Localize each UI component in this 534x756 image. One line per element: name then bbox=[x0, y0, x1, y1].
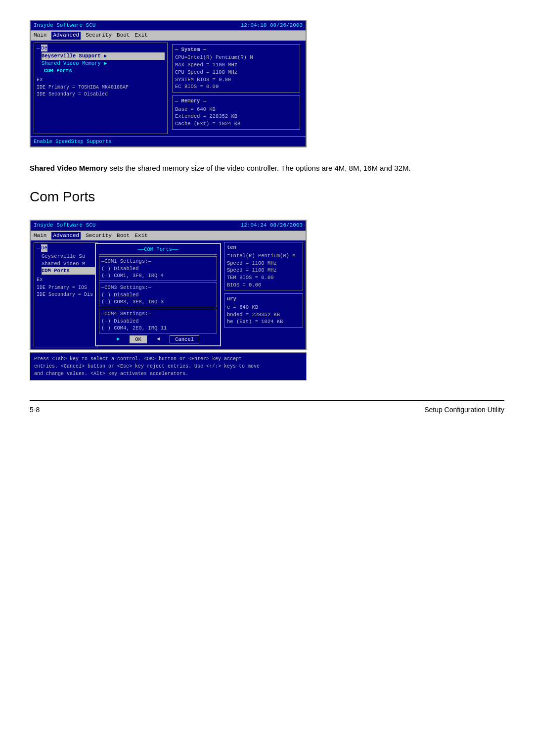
screen1-wrapper: Insyde Software SCU 12:04:18 08/26/2003 … bbox=[30, 20, 504, 147]
system-section-2: ten =Intel(R) Pentium(R) M Speed = 1100 … bbox=[224, 242, 303, 290]
com3-section: —COM3 Settings:— ( ) Disabled (·) COM3, … bbox=[99, 283, 217, 307]
ide-secondary-2: IDE Secondary = Dis bbox=[37, 291, 95, 298]
menu-exit-1[interactable]: Exit bbox=[134, 32, 147, 39]
section-de-1: De bbox=[41, 45, 47, 52]
menu-main-2[interactable]: Main bbox=[34, 232, 46, 239]
s2-line-1: =Intel(R) Pentium(R) M bbox=[227, 252, 300, 260]
menu-geyserville-2[interactable]: Geyserville Su bbox=[42, 253, 95, 260]
bios-titlebar-1: Insyde Software SCU 12:04:18 08/26/2003 bbox=[31, 21, 306, 31]
ok-button[interactable]: OK bbox=[130, 335, 147, 343]
bios-screen-2: Insyde Software SCU 12:04:24 08/26/2003 … bbox=[30, 220, 307, 350]
com3-selected[interactable]: (·) COM3, 3E8, IRQ 3 bbox=[101, 298, 215, 306]
s2-line-2: Speed = 1100 MHz bbox=[227, 260, 300, 267]
com4-title: —COM4 Settings:— bbox=[101, 310, 215, 318]
system-line-3: CPU Speed = 1100 MHz bbox=[175, 69, 297, 76]
menu-boot-2[interactable]: Boot bbox=[117, 232, 130, 239]
screen2-wrapper: Insyde Software SCU 12:04:24 08/26/2003 … bbox=[30, 220, 504, 380]
system-section-1: — System — CPU=Intel(R) Pentium(R) M MAX… bbox=[172, 44, 300, 93]
instructions-box: Press <Tab> key to select a control. <OK… bbox=[30, 352, 307, 380]
menu-main-1[interactable]: Main bbox=[34, 32, 46, 39]
system-title-2: ten bbox=[227, 244, 300, 251]
memory-line-2: Extended = 228352 KB bbox=[175, 113, 297, 120]
system-line-2: MAX Speed = 1100 MHz bbox=[175, 61, 297, 69]
left-extra-label-2: Ex bbox=[37, 276, 95, 284]
doc-section-shared-video: Shared Video Memory sets the shared memo… bbox=[30, 162, 504, 174]
system-line-4: SYSTEM BIOS = 0.00 bbox=[175, 76, 297, 84]
doc-body-shared-video: Shared Video Memory sets the shared memo… bbox=[30, 162, 504, 174]
com1-section: —COM1 Settings:— ( ) Disabled (·) COM1, … bbox=[99, 256, 217, 281]
com1-selected[interactable]: (·) COM1, 3F8, IRQ 4 bbox=[101, 272, 215, 280]
com4-selected[interactable]: ( ) COM4, 2E0, IRQ 11 bbox=[101, 325, 215, 332]
m2-line-3: he (Ext) = 1024 KB bbox=[227, 318, 300, 326]
menu-shared-video-1[interactable]: Shared Video Memory ▶ bbox=[42, 60, 165, 67]
m2-line-1: e = 640 KB bbox=[227, 304, 300, 311]
menu-advanced-2[interactable]: Advanced bbox=[51, 232, 81, 239]
bios-left-panel-1: — De Geyserville Support ▶ Shared Video … bbox=[34, 43, 168, 134]
com1-title: —COM1 Settings:— bbox=[101, 258, 215, 265]
menu-shared-video-2[interactable]: Shared Video M bbox=[42, 260, 95, 268]
doc-section-com-ports: Com Ports bbox=[30, 189, 504, 205]
com1-disabled[interactable]: ( ) Disabled bbox=[101, 265, 215, 273]
dialog-footer: ▶ OK ◄ Cancel bbox=[99, 335, 217, 343]
footer-text-1: Enable SpeedStep Supports bbox=[34, 139, 112, 144]
com3-disabled[interactable]: ( ) Disabled bbox=[101, 291, 215, 299]
instructions-line-3: and change values. <Alt> key activates a… bbox=[34, 370, 302, 378]
s2-line-4: TEM BIOS = 0.00 bbox=[227, 274, 300, 282]
menu-security-2[interactable]: Security bbox=[86, 232, 112, 239]
instructions-line-1: Press <Tab> key to select a control. <OK… bbox=[34, 355, 302, 363]
com4-disabled[interactable]: (·) Disabled bbox=[101, 318, 215, 325]
bios-title-right-1: 12:04:18 08/26/2003 bbox=[241, 22, 303, 29]
bios-screen-1: Insyde Software SCU 12:04:18 08/26/2003 … bbox=[30, 20, 307, 147]
bios-content-2: — De Geyserville Su Shared Video M COM P… bbox=[31, 240, 306, 349]
bios-footer-1: Enable SpeedStep Supports bbox=[31, 136, 306, 147]
memory-line-3: Cache (Ext) = 1024 KB bbox=[175, 120, 297, 128]
s2-line-5: BIOS = 0.00 bbox=[227, 282, 300, 289]
ide-primary-1: IDE Primary = TOSHIBA MK4018GAP bbox=[37, 84, 165, 91]
bios-title-left-2: Insyde Software SCU bbox=[34, 222, 95, 229]
menu-com-ports-2[interactable]: COM Ports bbox=[42, 267, 95, 275]
dialog-title: ——COM Ports—— bbox=[99, 246, 217, 255]
bios-left-panel-2: — De Geyserville Su Shared Video M COM P… bbox=[34, 242, 98, 347]
menu-geyserville-1[interactable]: Geyserville Support ▶ bbox=[42, 52, 165, 60]
m2-line-2: bnded = 228352 KB bbox=[227, 311, 300, 319]
memory-line-1: Base = 640 KB bbox=[175, 106, 297, 113]
ide-primary-2: IDE Primary = IOS bbox=[37, 284, 95, 291]
cancel-button[interactable]: Cancel bbox=[170, 335, 199, 343]
system-line-1: CPU=Intel(R) Pentium(R) M bbox=[175, 54, 297, 61]
doc-body-text: sets the shared memory size of the video… bbox=[107, 164, 410, 172]
system-title-1: — System — bbox=[175, 46, 297, 53]
left-section-label-2: — De bbox=[37, 244, 95, 252]
bios-menubar-2[interactable]: Main Advanced Security Boot Exit bbox=[31, 231, 306, 240]
bios-menubar-1[interactable]: Main Advanced Security Boot Exit bbox=[31, 31, 306, 40]
com3-title: —COM3 Settings:— bbox=[101, 284, 215, 291]
memory-section-1: — Memory — Base = 640 KB Extended = 2283… bbox=[172, 95, 300, 130]
ide-secondary-1: IDE Secondary = Disabled bbox=[37, 91, 165, 98]
menu-com-ports-1[interactable]: COM Ports bbox=[44, 67, 165, 75]
bios-right-panel-1: — System — CPU=Intel(R) Pentium(R) M MAX… bbox=[170, 43, 303, 134]
menu-exit-2[interactable]: Exit bbox=[134, 232, 147, 239]
page-footer: 5-8 Setup Configuration Utility bbox=[30, 400, 504, 414]
com-ports-heading: Com Ports bbox=[30, 189, 504, 205]
com-ports-dialog: ——COM Ports—— —COM1 Settings:— ( ) Disab… bbox=[95, 243, 221, 346]
memory-title-1: — Memory — bbox=[175, 97, 297, 105]
bios-right-panel-2: ten =Intel(R) Pentium(R) M Speed = 1100 … bbox=[222, 240, 306, 332]
memory-section-2: ury e = 640 KB bnded = 228352 KB he (Ext… bbox=[224, 293, 303, 328]
bios-title-left-1: Insyde Software SCU bbox=[34, 22, 95, 29]
left-section-label-1: — De bbox=[37, 45, 165, 52]
com4-section: —COM4 Settings:— (·) Disabled ( ) COM4, … bbox=[99, 309, 217, 333]
menu-boot-1[interactable]: Boot bbox=[117, 32, 130, 39]
page-number: 5-8 bbox=[30, 406, 40, 414]
instructions-line-2: entries. <Cancel> button or <Esc> key re… bbox=[34, 363, 302, 370]
left-extra-label-1: Ex bbox=[37, 76, 165, 84]
system-line-5: EC BIOS = 0.00 bbox=[175, 83, 297, 91]
footer-title: Setup Configuration Utility bbox=[424, 406, 504, 414]
bios-content-1: — De Geyserville Support ▶ Shared Video … bbox=[31, 41, 306, 136]
menu-security-1[interactable]: Security bbox=[86, 32, 112, 39]
memory-title-2: ury bbox=[227, 295, 300, 303]
s2-line-3: Speed = 1100 MHz bbox=[227, 267, 300, 274]
menu-advanced-1[interactable]: Advanced bbox=[51, 32, 81, 39]
section-de-2: De bbox=[41, 244, 47, 252]
bios-titlebar-2: Insyde Software SCU 12:04:24 08/26/2003 bbox=[31, 221, 306, 231]
bios-title-right-2: 12:04:24 08/26/2003 bbox=[241, 222, 303, 229]
doc-heading-shared-video: Shared Video Memory bbox=[30, 164, 107, 172]
